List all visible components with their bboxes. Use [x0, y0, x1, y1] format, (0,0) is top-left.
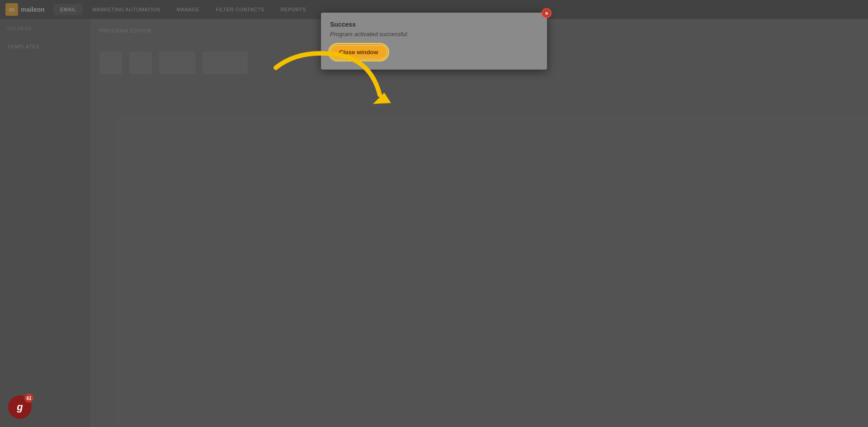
success-modal: × Success Program activated successful. … [321, 13, 547, 70]
modal-close-x-button[interactable]: × [542, 8, 552, 18]
modal-title: Success [330, 21, 538, 28]
grammarly-letter: g [17, 401, 23, 413]
close-window-button[interactable]: Close window [330, 45, 387, 60]
modal-message: Program activated successful. [330, 31, 538, 38]
grammarly-button[interactable]: g 61 [8, 395, 32, 419]
grammarly-badge: 61 [24, 394, 33, 403]
